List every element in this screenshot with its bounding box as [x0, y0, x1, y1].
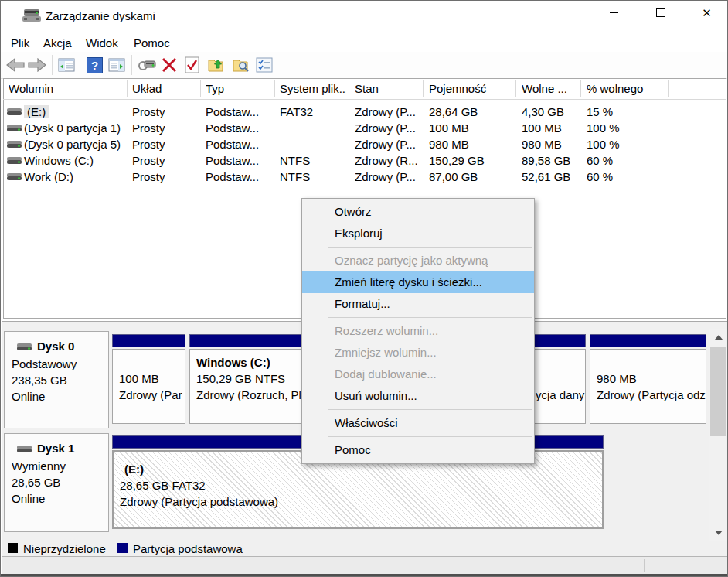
column-header-wolne[interactable]: Wolne ... [522, 79, 577, 99]
back-button[interactable] [5, 55, 26, 75]
volume-disk-icon [7, 156, 22, 165]
menu-separator [328, 247, 532, 248]
volume-name: (Dysk 0 partycja 5) [24, 136, 121, 152]
menu-item-formatuj[interactable]: Formatuj... [302, 293, 534, 315]
folder-up-button[interactable] [206, 55, 226, 75]
folder-search-icon [233, 57, 250, 73]
toolbar-separator [52, 55, 53, 75]
disk-management-window: Zarządzanie dyskami ✕ Plik Akcja Widok P… [0, 0, 728, 577]
table-row[interactable]: (E:) Prosty Podstaw... FAT32 Zdrowy (P..… [1, 104, 724, 120]
disk-status: Online [12, 492, 45, 505]
volume-name: Windows (C:) [24, 152, 94, 169]
title-bar: Zarządzanie dyskami ✕ [1, 1, 727, 32]
back-icon [6, 58, 25, 72]
disk-status: Online [12, 390, 45, 403]
disk-kind: Wymienny [12, 459, 66, 473]
volume-disk-icon [7, 124, 22, 132]
table-row[interactable]: (Dysk 0 partycja 5) Prosty Podstaw... Zd… [1, 136, 724, 152]
disk-size: 28,65 GB [12, 476, 60, 489]
status-bar-divider [644, 559, 645, 572]
checklist-button[interactable] [254, 55, 274, 75]
menu-item-otworz[interactable]: Otwórz [302, 201, 534, 223]
disk-name: Dysk 0 [37, 340, 74, 353]
minimize-icon [610, 12, 618, 13]
partition-recovery[interactable]: 980 MB Zdrowy (Partycja odz [590, 334, 706, 424]
scrollbar-up-button[interactable] [709, 329, 727, 345]
column-header-procent-wolnego[interactable]: % wolnego [587, 79, 664, 99]
menu-item-pomoc[interactable]: Pomoc [302, 439, 534, 461]
menu-item-rozszerz: Rozszerz wolumin... [302, 320, 534, 342]
toolbar-separator [80, 55, 80, 75]
menu-item-oznacz-partycje: Oznacz partycję jako aktywną [302, 250, 534, 271]
forward-button[interactable] [27, 55, 47, 75]
disk-viewer-button[interactable] [137, 55, 157, 75]
column-header-stan[interactable]: Stan [355, 79, 420, 99]
help-button[interactable]: ? [84, 55, 104, 75]
legend-bar: Nieprzydzielone Partycja podstawowa [2, 541, 728, 557]
delete-volume-button[interactable] [159, 55, 179, 75]
partition-header-bar [112, 334, 185, 347]
properties-check-button[interactable] [182, 55, 202, 75]
menu-item-zmniejsz: Zmniejsz wolumin... [302, 342, 534, 364]
show-action-pane-icon [108, 58, 125, 72]
volume-disk-icon [7, 172, 22, 181]
menu-item-dodaj-dublowanie: Dodaj dublowanie... [302, 364, 534, 385]
menu-item-eksploruj[interactable]: Eksploruj [302, 223, 534, 244]
partition-header-bar [590, 334, 706, 347]
column-header-typ[interactable]: Typ [206, 79, 272, 99]
legend-swatch-primary-partition [117, 543, 128, 553]
disk-icon [17, 343, 32, 351]
scrollbar-thumb[interactable] [710, 347, 726, 436]
disk0-info-panel[interactable]: Dysk 0 Podstawowy 238,35 GB Online [4, 331, 109, 428]
column-header-pojemnosc[interactable]: Pojemność [429, 79, 512, 99]
properties-check-icon [185, 56, 199, 73]
folder-up-icon [208, 57, 225, 73]
partition-dysk0-p1[interactable]: 100 MB Zdrowy (Par [112, 334, 185, 424]
svg-text:?: ? [90, 59, 97, 72]
disk1-info-panel[interactable]: Dysk 1 Wymienny 28,65 GB Online [4, 433, 109, 532]
context-menu: Otwórz Eksploruj Oznacz partycję jako ak… [301, 198, 535, 464]
menu-item-zmien-litere[interactable]: Zmień literę dysku i ścieżki... [302, 271, 534, 293]
folder-search-button[interactable] [231, 55, 251, 75]
volume-name: (Dysk 0 partycja 1) [24, 120, 121, 136]
window-bottom-edge [1, 574, 727, 577]
legend-label-unallocated: Nieprzydzielone [23, 542, 106, 555]
minimize-button[interactable] [597, 1, 631, 24]
window-title: Zarządzanie dyskami [46, 9, 155, 22]
delete-icon [162, 57, 177, 73]
volume-disk-icon [7, 140, 22, 149]
status-bar [2, 557, 728, 574]
column-header-system-plikow[interactable]: System plik... [280, 79, 346, 99]
menu-separator [328, 436, 532, 437]
scrollbar-down-button[interactable] [709, 525, 727, 541]
menu-item-usun-wolumin[interactable]: Usuń wolumin... [302, 385, 534, 407]
forward-icon [28, 58, 46, 72]
checklist-icon [256, 57, 273, 73]
help-icon: ? [87, 57, 103, 73]
table-row[interactable]: Windows (C:) Prosty Podstaw... NTFS Zdro… [1, 152, 724, 169]
disk-icon [17, 445, 32, 453]
legend-swatch-unallocated [8, 543, 18, 553]
column-header-wolumin[interactable]: Wolumin [9, 79, 124, 99]
chevron-down-icon [715, 531, 723, 535]
disk-kind: Podstawowy [12, 357, 77, 370]
chevron-up-icon [715, 335, 723, 340]
app-disk-icon [22, 9, 41, 22]
show-action-pane-button[interactable] [107, 55, 127, 75]
menu-separator [328, 409, 532, 410]
show-console-tree-button[interactable] [56, 55, 77, 75]
disk-viewer-icon [138, 59, 156, 71]
menu-separator [328, 317, 532, 318]
maximize-button[interactable] [643, 1, 678, 24]
toolbar-separator [131, 55, 132, 75]
maximize-icon [656, 8, 665, 17]
volume-disk-icon [7, 108, 22, 116]
table-row[interactable]: Work (D:) Prosty Podstaw... NTFS Zdrowy … [1, 169, 724, 185]
close-button[interactable]: ✕ [689, 1, 724, 24]
show-console-tree-icon [58, 58, 75, 72]
close-icon: ✕ [702, 7, 712, 19]
volume-name: (E:) [24, 105, 49, 118]
menu-item-wlasciwosci[interactable]: Właściwości [302, 412, 534, 434]
column-header-uklad[interactable]: Układ [132, 79, 198, 99]
table-row[interactable]: (Dysk 0 partycja 1) Prosty Podstaw... Zd… [1, 120, 724, 136]
